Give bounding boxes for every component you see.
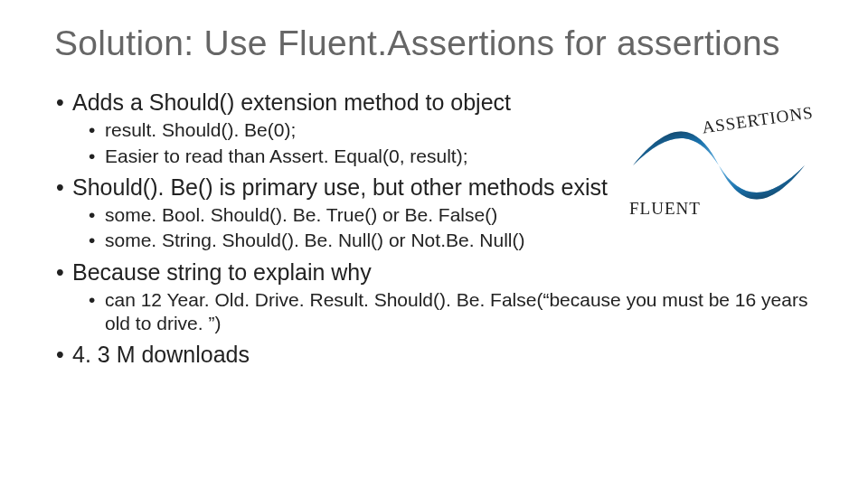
bullet-text: some. Bool. Should(). Be. True() or Be. … xyxy=(105,204,497,225)
content-area: Adds a Should() extension method to obje… xyxy=(54,89,814,370)
bullet-level2: some. String. Should(). Be. Null() or No… xyxy=(105,229,814,252)
bullet-level2: Easier to read than Assert. Equal(0, res… xyxy=(105,145,814,168)
bullet-level1: Adds a Should() extension method to obje… xyxy=(72,89,814,168)
bullet-text: Easier to read than Assert. Equal(0, res… xyxy=(105,145,468,166)
bullet-level1: Should(). Be() is primary use, but other… xyxy=(72,174,814,253)
bullet-text: can 12 Year. Old. Drive. Result. Should(… xyxy=(105,289,807,333)
bullet-level1: Because string to explain why can 12 Yea… xyxy=(72,258,814,336)
bullet-text: result. Should(). Be(0); xyxy=(105,119,296,140)
bullet-text: 4. 3 M downloads xyxy=(72,342,250,367)
bullet-text: some. String. Should(). Be. Null() or No… xyxy=(105,230,524,250)
bullet-level2: can 12 Year. Old. Drive. Result. Should(… xyxy=(105,288,814,336)
bullet-text: Because string to explain why xyxy=(72,259,372,285)
bullet-text: Adds a Should() extension method to obje… xyxy=(72,89,511,115)
slide-title: Solution: Use Fluent.Assertions for asse… xyxy=(54,23,814,63)
bullet-text: Should(). Be() is primary use, but other… xyxy=(72,174,608,200)
slide: Solution: Use Fluent.Assertions for asse… xyxy=(0,0,868,488)
bullet-level1: 4. 3 M downloads xyxy=(72,341,814,369)
bullet-level2: result. Should(). Be(0); xyxy=(105,118,814,142)
bullet-level2: some. Bool. Should(). Be. True() or Be. … xyxy=(105,203,814,227)
